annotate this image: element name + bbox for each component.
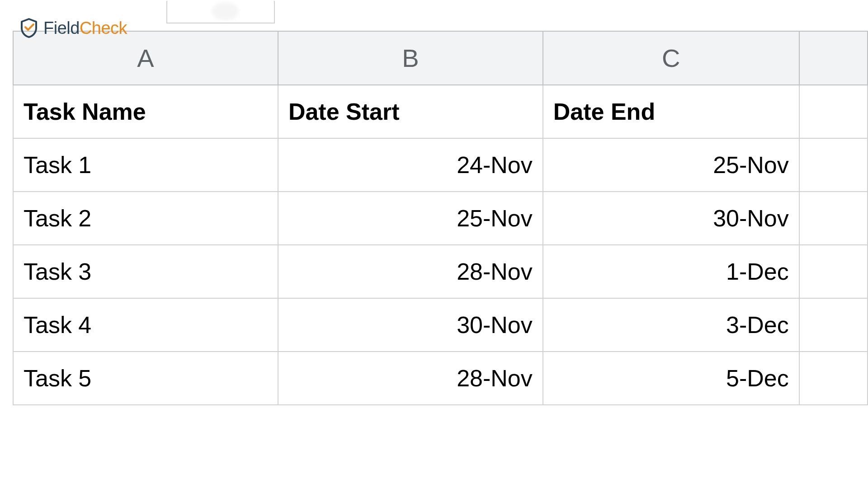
table-row: Task 4 30-Nov 3-Dec [13, 298, 868, 352]
column-header-d[interactable] [799, 31, 868, 85]
shield-check-icon [18, 17, 40, 39]
empty-cell[interactable] [799, 138, 868, 192]
table-row: Task 5 28-Nov 5-Dec [13, 352, 868, 405]
header-row: Task Name Date Start Date End [13, 85, 868, 138]
table-row: Task 3 28-Nov 1-Dec [13, 245, 868, 298]
end-cell[interactable]: 1-Dec [543, 245, 799, 298]
column-header-a[interactable]: A [13, 31, 278, 85]
header-task-name[interactable]: Task Name [13, 85, 278, 138]
logo-check-text: Check [80, 19, 127, 38]
start-cell[interactable]: 28-Nov [278, 352, 543, 405]
header-date-end[interactable]: Date End [543, 85, 799, 138]
start-cell[interactable]: 24-Nov [278, 138, 543, 192]
spreadsheet-table: A B C Task Name Date Start Date End Task… [13, 31, 868, 405]
end-cell[interactable]: 30-Nov [543, 192, 799, 245]
task-cell[interactable]: Task 3 [13, 245, 278, 298]
start-cell[interactable]: 30-Nov [278, 298, 543, 352]
empty-cell[interactable] [799, 298, 868, 352]
empty-cell[interactable] [799, 192, 868, 245]
start-cell[interactable]: 28-Nov [278, 245, 543, 298]
task-cell[interactable]: Task 4 [13, 298, 278, 352]
task-cell[interactable]: Task 1 [13, 138, 278, 192]
end-cell[interactable]: 3-Dec [543, 298, 799, 352]
start-cell[interactable]: 25-Nov [278, 192, 543, 245]
header-date-start[interactable]: Date Start [278, 85, 543, 138]
table-row: Task 1 24-Nov 25-Nov [13, 138, 868, 192]
column-header-b[interactable]: B [278, 31, 543, 85]
end-cell[interactable]: 25-Nov [543, 138, 799, 192]
spreadsheet: A B C Task Name Date Start Date End Task… [13, 9, 868, 405]
empty-cell[interactable] [799, 245, 868, 298]
logo-field-text: Field [43, 19, 80, 38]
toolbar-blur [212, 2, 239, 20]
end-cell[interactable]: 5-Dec [543, 352, 799, 405]
logo-text: FieldCheck [43, 19, 127, 38]
column-header-c[interactable]: C [543, 31, 799, 85]
task-cell[interactable]: Task 2 [13, 192, 278, 245]
empty-cell[interactable] [799, 352, 868, 405]
task-cell[interactable]: Task 5 [13, 352, 278, 405]
fieldcheck-logo: FieldCheck [18, 17, 127, 39]
empty-cell[interactable] [799, 85, 868, 138]
table-row: Task 2 25-Nov 30-Nov [13, 192, 868, 245]
column-header-row: A B C [13, 31, 868, 85]
